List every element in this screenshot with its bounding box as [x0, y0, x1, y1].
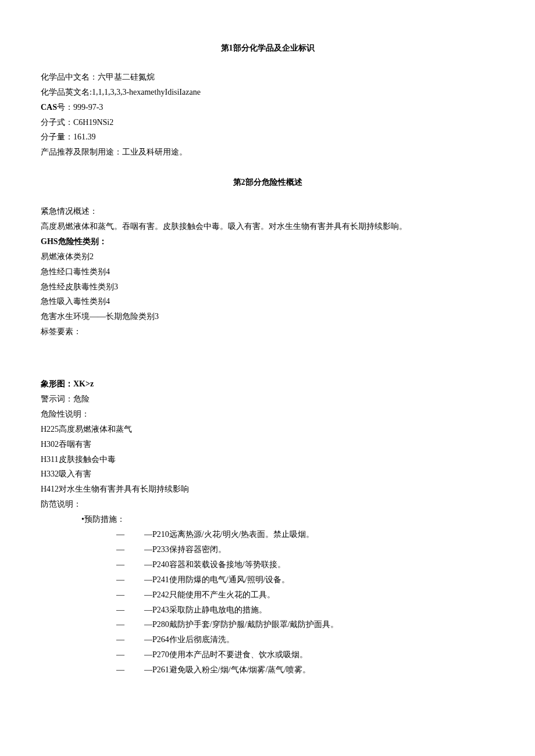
dash-icon: —: [116, 557, 124, 572]
signal-label: 警示词：: [41, 395, 73, 403]
precaution-text: —P233保持容器密闭。: [144, 542, 226, 557]
section-1-title: 第1部分化学品及企业标识: [41, 41, 494, 56]
cn-name-line: 化学品中文名：六甲基二硅氮烷: [41, 70, 494, 85]
precaution-text: —P270使用本产品时不要进食、饮水或吸烟。: [144, 647, 308, 662]
cn-name-label: 化学品中文名：: [41, 73, 98, 81]
dash-icon: —: [116, 632, 124, 647]
pictogram-placeholder: [41, 339, 494, 377]
en-name-line: 化学品英文名:1,1,1,3,3,3-hexamethyIdisiIazane: [41, 85, 494, 100]
section-2-num: 2: [241, 178, 245, 187]
ghs-label-prefix: GHS: [41, 237, 58, 246]
ghs-cat-0: 易燃液体类别2: [41, 249, 494, 264]
pictogram-label: 象形图：: [41, 379, 73, 388]
section-2-prefix: 第: [233, 178, 241, 187]
mw-value: 161.39: [73, 132, 96, 141]
dash-icon: —: [116, 587, 124, 603]
dash-icon: —: [116, 572, 124, 587]
use-line: 产品推荐及限制用途：工业及科研用途。: [41, 145, 494, 160]
precaution-item: ——P261避免吸入粉尘/烟/气体/烟雾/蒸气/喷雾。: [116, 662, 494, 678]
section-2-title: 第2部分危险性概述: [41, 175, 494, 190]
ghs-cat-4: 危害水生环境——长期危险类别3: [41, 309, 494, 324]
formula-line: 分子式：C6H19NSi2: [41, 115, 494, 130]
cas-suffix: 号：: [57, 103, 73, 112]
label-elements: 标签要素：: [41, 324, 494, 339]
formula-label: 分子式：: [41, 118, 73, 127]
formula-value: C6H19NSi2: [73, 118, 113, 127]
dash-icon: —: [116, 542, 124, 557]
section-2-suffix: 部分危险性概述: [245, 178, 302, 187]
dash-icon: —: [116, 647, 124, 662]
dash-icon: —: [116, 617, 124, 632]
precaution-item: ——P270使用本产品时不要进食、饮水或吸烟。: [116, 647, 494, 662]
ghs-cat-2: 急性经皮肤毒性类别3: [41, 280, 494, 295]
hazard-3: H332吸入有害: [41, 467, 494, 482]
cn-name-value: 六甲基二硅氮烷: [98, 73, 155, 81]
hazard-1: H302吞咽有害: [41, 437, 494, 452]
mw-line: 分子量：161.39: [41, 130, 494, 145]
use-value: 工业及科研用途。: [122, 148, 187, 156]
precaution-item: ——P210远离热源/火花/明火/热表面。禁止吸烟。: [116, 527, 494, 542]
precaution-list: ——P210远离热源/火花/明火/热表面。禁止吸烟。 ——P233保持容器密闭。…: [116, 527, 494, 678]
use-label: 产品推荐及限制用途：: [41, 148, 122, 156]
hazard-2: H311皮肤接触会中毒: [41, 452, 494, 467]
precaution-text: —P241使用防爆的电气/通风/照明/设备。: [144, 572, 290, 587]
section-1-prefix: 第: [221, 44, 229, 52]
section-2-body: 紧急情况概述： 高度易燃液体和蒸气。吞咽有害。皮肤接触会中毒。吸入有害。对水生生…: [41, 204, 494, 678]
section-1-num: 1: [229, 44, 233, 52]
dash-icon: —: [116, 603, 124, 618]
precaution-item: ——P241使用防爆的电气/通风/照明/设备。: [116, 572, 494, 587]
mw-label: 分子量：: [41, 132, 73, 141]
ghs-cat-1: 急性经口毒性类别4: [41, 264, 494, 280]
signal-line: 警示词：危险: [41, 392, 494, 407]
precaution-item: ——P264作业后彻底清洗。: [116, 632, 494, 647]
pictogram-line: 象形图：XK>z: [41, 377, 494, 392]
ghs-label-suffix: 危险性类别：: [58, 237, 107, 246]
precaution-item: ——P240容器和装载设备接地/等势联接。: [116, 557, 494, 572]
precaution-item: ——P280戴防护手套/穿防护服/戴防护眼罩/戴防护面具。: [116, 617, 494, 632]
precaution-text: —P243采取防止静电放电的措施。: [144, 603, 267, 618]
precaution-label: 防范说明：: [41, 497, 494, 512]
section-1-suffix: 部分化学品及企业标识: [233, 44, 315, 52]
cas-value: 999-97-3: [73, 103, 103, 112]
precaution-text: —P242只能使用不产生火花的工具。: [144, 587, 275, 603]
hazard-0: H225高度易燃液体和蒸气: [41, 422, 494, 437]
prevention-header: •预防措施：: [81, 512, 494, 527]
precaution-item: ——P233保持容器密闭。: [116, 542, 494, 557]
emergency-label: 紧急情况概述：: [41, 204, 494, 219]
emergency-text: 高度易燃液体和蒸气。吞咽有害。皮肤接触会中毒。吸入有害。对水生生物有害并具有长期…: [41, 219, 494, 234]
hazard-4: H412对水生生物有害并具有长期持续影响: [41, 482, 494, 497]
cas-label: CAS: [41, 103, 57, 112]
precaution-item: ——P243采取防止静电放电的措施。: [116, 603, 494, 618]
en-name-label: 化学品英文名:: [41, 88, 92, 96]
hazard-stmt-label: 危险性说明：: [41, 407, 494, 422]
precaution-item: ——P242只能使用不产生火花的工具。: [116, 587, 494, 603]
cas-line: CAS号：999-97-3: [41, 100, 494, 115]
precaution-text: —P261避免吸入粉尘/烟/气体/烟雾/蒸气/喷雾。: [144, 662, 311, 678]
precaution-text: —P280戴防护手套/穿防护服/戴防护眼罩/戴防护面具。: [144, 617, 338, 632]
precaution-text: —P264作业后彻底清洗。: [144, 632, 234, 647]
ghs-label: GHS危险性类别：: [41, 234, 494, 249]
en-name-value: 1,1,1,3,3,3-hexamethyIdisiIazane: [92, 88, 201, 96]
dash-icon: —: [116, 527, 124, 542]
pictogram-value: XK>z: [73, 379, 94, 388]
precaution-text: —P240容器和装载设备接地/等势联接。: [144, 557, 286, 572]
ghs-cat-3: 急性吸入毒性类别4: [41, 294, 494, 309]
dash-icon: —: [116, 662, 124, 678]
precaution-text: —P210远离热源/火花/明火/热表面。禁止吸烟。: [144, 527, 314, 542]
signal-value: 危险: [73, 395, 90, 403]
section-1-body: 化学品中文名：六甲基二硅氮烷 化学品英文名:1,1,1,3,3,3-hexame…: [41, 70, 494, 160]
